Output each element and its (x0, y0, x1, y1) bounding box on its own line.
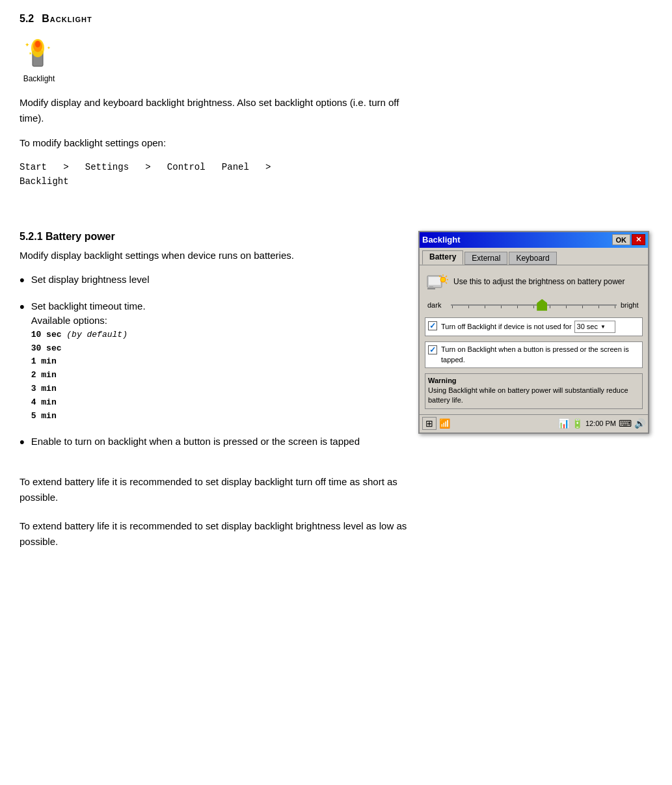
option-6: 4 min (31, 397, 57, 407)
tick (485, 306, 485, 308)
taskbar-sound-icon: 🔊 (634, 418, 645, 429)
left-column: 5.2.1 Battery power Modify display backl… (20, 231, 405, 462)
taskbar-left: ⊞ 📶 (422, 417, 450, 430)
svg-rect-9 (429, 286, 433, 288)
option-5: 3 min (31, 384, 57, 393)
brightness-description: Use this to adjust the brightness on bat… (453, 276, 625, 287)
bullet-dot: • (20, 435, 25, 449)
svg-line-13 (446, 276, 447, 277)
slider-dark-label: dark (427, 301, 447, 309)
checkbox-1-content: Turn off Backlight if device is not used… (441, 321, 639, 333)
dropdown-arrow-icon: ▼ (600, 323, 606, 330)
tick (615, 306, 615, 308)
timeout-value: 30 sec (577, 322, 598, 332)
tick (468, 306, 469, 308)
dialog-titlebar: Backlight OK ✕ (420, 232, 648, 248)
bullet-list: • Set display brightness level • Set bac… (20, 273, 405, 450)
svg-text:✦: ✦ (25, 42, 30, 48)
dialog-title-buttons: OK ✕ (612, 234, 646, 245)
tick (501, 306, 502, 308)
tab-keyboard[interactable]: Keyboard (509, 252, 556, 265)
checkbox-1-text: Turn off Backlight if device is not used… (441, 322, 572, 332)
tick (452, 306, 453, 308)
checkbox-row-1[interactable]: ✓ Turn off Backlight if device is not us… (425, 317, 643, 336)
slider-thumb[interactable] (537, 299, 547, 311)
dialog-tabs: Battery External Keyboard (420, 248, 648, 265)
checkmark-1: ✓ (429, 321, 436, 330)
subsection-heading: 5.2.1 Battery power (20, 231, 405, 243)
svg-text:✦: ✦ (47, 46, 51, 50)
subsection-intro: Modify display backlight settings when d… (20, 248, 405, 263)
warning-box: Warning Using Backlight while on battery… (425, 373, 643, 409)
option-1: 10 sec (31, 330, 62, 339)
tick (517, 306, 518, 308)
tick (566, 306, 567, 308)
tick (582, 306, 583, 308)
dialog-window: Backlight OK ✕ Battery External Keyboard (418, 231, 649, 434)
right-column: Backlight OK ✕ Battery External Keyboard (418, 231, 652, 434)
desc-para-2: To modify backlight settings open: (20, 135, 423, 151)
subsection-title: Battery power (46, 231, 115, 242)
svg-text:★: ★ (29, 51, 32, 55)
list-item: • Set backlight timeout time.Available o… (20, 299, 405, 423)
desc-path: Start > Settings > Control Panel > Backl… (20, 160, 423, 189)
taskbar-signal-icon: 📊 (558, 418, 569, 429)
svg-point-11 (440, 277, 446, 282)
main-content: 5.2.1 Battery power Modify display backl… (20, 231, 652, 462)
list-item: • Set display brightness level (20, 273, 405, 287)
checkbox-2[interactable]: ✓ (428, 345, 437, 354)
list-item: • Enable to turn on backlight when a but… (20, 434, 405, 449)
subsection-number: 5.2.1 (20, 231, 43, 242)
taskbar-keyboard-icon: ⌨ (619, 418, 632, 429)
svg-point-3 (35, 41, 40, 47)
bullet-dot: • (20, 273, 25, 287)
backlight-icon-area: ✦ ✦ ★ Backlight (20, 36, 652, 83)
tab-battery[interactable]: Battery (422, 250, 463, 265)
dialog-title: Backlight (422, 235, 461, 245)
backlight-app-icon: ✦ ✦ ★ (20, 36, 56, 73)
option-2: 30 sec (31, 343, 62, 353)
bullet-text-2: Set backlight timeout time.Available opt… (31, 300, 146, 326)
dialog-taskbar: ⊞ 📶 📊 🔋 12:00 PM ⌨ 🔊 (420, 414, 648, 432)
start-button[interactable]: ⊞ (422, 417, 437, 430)
taskbar-time: 12:00 PM (585, 419, 616, 427)
section-heading: 5.2 Backlight (20, 13, 652, 25)
tab-external[interactable]: External (464, 252, 507, 265)
timeout-dropdown[interactable]: 30 sec ▼ (574, 321, 615, 333)
icon-label: Backlight (20, 74, 59, 83)
option-4: 2 min (31, 370, 57, 380)
dialog-body: Use this to adjust the brightness on bat… (420, 265, 648, 414)
slider-track[interactable] (451, 300, 617, 310)
svg-rect-10 (427, 288, 435, 289)
section-title: Backlight (42, 13, 92, 25)
checkmark-2: ✓ (429, 345, 436, 354)
taskbar-right: 📊 🔋 12:00 PM ⌨ 🔊 (558, 418, 645, 429)
options-block: 10 sec (by default) 30 sec 1 min 2 min 3… (31, 328, 405, 423)
checkbox-1-inline: Turn off Backlight if device is not used… (441, 321, 639, 333)
bottom-para-1: To extend battery life it is recommended… (20, 474, 423, 505)
dialog-ok-button[interactable]: OK (612, 234, 631, 245)
brightness-row: Use this to adjust the brightness on bat… (425, 271, 643, 294)
bullet-dot: • (20, 300, 25, 314)
tick (598, 306, 599, 308)
checkbox-row-2[interactable]: ✓ Turn on Backlight when a button is pre… (425, 341, 643, 368)
section-number: 5.2 (20, 13, 34, 25)
bullet-text-1: Set display brightness level (31, 273, 405, 287)
desc-para-1: Modify display and keyboard backlight br… (20, 95, 423, 126)
option-7: 5 min (31, 411, 57, 421)
checkbox-1[interactable]: ✓ (428, 321, 437, 330)
slider-ticks (451, 306, 617, 308)
option-3: 1 min (31, 356, 57, 366)
slider-bright-label: bright (621, 301, 640, 309)
tick (533, 306, 534, 308)
slider-row: dark (425, 300, 643, 310)
bullet-content-2: Set backlight timeout time.Available opt… (31, 299, 405, 423)
bottom-para-2: To extend battery life it is recommended… (20, 518, 423, 550)
svg-line-15 (446, 282, 447, 284)
option-1-note: (by default) (62, 330, 128, 339)
dialog-close-button[interactable]: ✕ (632, 234, 645, 245)
tick (550, 306, 550, 308)
checkbox-2-text: Turn on Backlight when a button is press… (441, 345, 639, 365)
windows-logo-icon: ⊞ (425, 418, 433, 429)
brightness-icon (425, 271, 448, 294)
